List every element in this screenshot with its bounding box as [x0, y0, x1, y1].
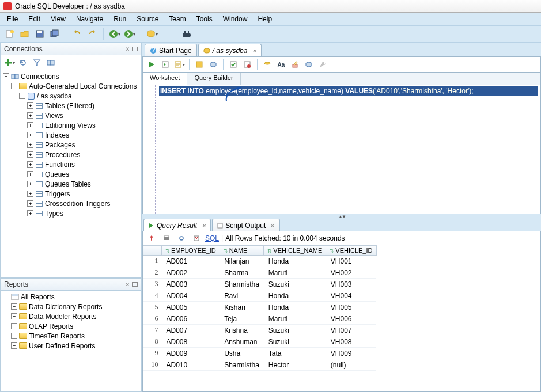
- tree-autogen[interactable]: Auto-Generated Local Connections: [29, 82, 137, 90]
- tab-worksheet[interactable]: / as sysdba×: [198, 44, 262, 56]
- tree-root[interactable]: Connections: [21, 73, 59, 81]
- table-row[interactable]: 3AD003SharmisthaSuzukiVH003: [143, 279, 377, 290]
- tab-script-output[interactable]: Script Output×: [212, 219, 279, 231]
- undo-icon[interactable]: [71, 28, 84, 40]
- column-header[interactable]: ⇅EMPLOYEE_ID: [162, 246, 220, 256]
- menu-team[interactable]: Team: [164, 14, 190, 24]
- reports-root[interactable]: All Reports: [21, 293, 55, 301]
- report-node[interactable]: +Data Dictionary Reports: [1, 302, 141, 311]
- commit-icon[interactable]: [207, 58, 220, 71]
- wrench-icon[interactable]: [316, 58, 329, 71]
- restore-icon[interactable]: [132, 282, 138, 287]
- menu-edit[interactable]: Edit: [24, 14, 45, 24]
- delete-icon[interactable]: [190, 232, 203, 245]
- menu-window[interactable]: Window: [218, 14, 252, 24]
- explain-plan-icon[interactable]: ▾: [173, 58, 186, 71]
- sql-statement[interactable]: INSERT INTO employee(employee_id,name,ve…: [159, 86, 538, 96]
- commit-check-icon[interactable]: [227, 58, 240, 71]
- tree-node[interactable]: +Indexes: [1, 130, 141, 140]
- splitter[interactable]: ▲▼: [142, 214, 541, 219]
- filter-icon[interactable]: [31, 56, 43, 69]
- close-tab-icon[interactable]: ×: [202, 222, 206, 230]
- table-row[interactable]: 10AD010SharmisthaHector(null): [143, 359, 377, 371]
- save-all-icon[interactable]: [48, 28, 61, 40]
- tab-worksheet-sub[interactable]: Worksheet: [143, 73, 187, 85]
- sql-file-icon: [203, 47, 210, 54]
- back-icon[interactable]: ▾: [108, 28, 121, 40]
- tns-icon[interactable]: [44, 56, 57, 69]
- tree-node[interactable]: +Tables (Filtered): [1, 101, 141, 111]
- clear-icon[interactable]: [289, 58, 301, 71]
- pin-icon[interactable]: [145, 232, 158, 245]
- history-icon[interactable]: [302, 58, 315, 71]
- binoculars-icon[interactable]: [180, 28, 193, 40]
- table-row[interactable]: 5AD005KishanHondaVH005: [143, 302, 377, 313]
- forward-icon[interactable]: ▾: [123, 28, 136, 40]
- tab-query-result[interactable]: Query Result×: [143, 219, 211, 231]
- column-header[interactable]: ⇅VEHICLE_NAME: [264, 246, 326, 256]
- reports-tree[interactable]: All Reports +Data Dictionary Reports+Dat…: [0, 291, 142, 392]
- menu-view[interactable]: View: [46, 14, 70, 24]
- menu-run[interactable]: Run: [109, 14, 131, 24]
- sql-editor[interactable]: INSERT INTO employee(employee_id,name,ve…: [142, 85, 541, 214]
- menu-help[interactable]: Help: [253, 14, 277, 24]
- tree-node[interactable]: +Views: [1, 111, 141, 120]
- autotrace-icon[interactable]: [193, 58, 206, 71]
- refresh-result-icon[interactable]: [175, 232, 188, 245]
- save-icon[interactable]: [33, 28, 46, 40]
- sql-icon[interactable]: ▾: [146, 28, 158, 40]
- svg-point-6: [109, 30, 118, 38]
- table-row[interactable]: 4AD004RaviHondaVH004: [143, 290, 377, 302]
- table-row[interactable]: 8AD008AnshumanSuzukiVH008: [143, 336, 377, 348]
- tree-sysdba[interactable]: / as sysdba: [37, 92, 72, 100]
- unshared-sql-icon[interactable]: [261, 58, 274, 71]
- to-upper-icon[interactable]: Aa: [275, 58, 287, 71]
- table-row[interactable]: 9AD009UshaTataVH009: [143, 348, 377, 359]
- table-row[interactable]: 1AD001NilanjanHondaVH001: [143, 256, 377, 267]
- tree-node[interactable]: +Queues Tables: [1, 179, 141, 189]
- print-icon[interactable]: [160, 232, 173, 245]
- new-icon[interactable]: [3, 28, 16, 40]
- tree-node[interactable]: +Types: [1, 208, 141, 218]
- menu-tools[interactable]: Tools: [192, 14, 217, 24]
- connections-tree[interactable]: −Connections −Auto-Generated Local Conne…: [0, 70, 142, 278]
- tree-node[interactable]: +Editioning Views: [1, 120, 141, 130]
- close-icon[interactable]: ×: [126, 280, 130, 288]
- tree-node[interactable]: +Queues: [1, 169, 141, 179]
- run-script-icon[interactable]: [159, 58, 172, 71]
- tab-query-builder[interactable]: Query Builder: [187, 73, 240, 85]
- menu-source[interactable]: Source: [132, 14, 163, 24]
- report-node[interactable]: +Data Modeler Reports: [1, 311, 141, 321]
- column-header[interactable]: ⇅VEHICLE_ID: [326, 246, 376, 256]
- table-row[interactable]: 6AD006TejaMarutiVH006: [143, 313, 377, 325]
- tree-node[interactable]: +Procedures: [1, 150, 141, 159]
- refresh-icon[interactable]: [17, 56, 29, 69]
- tree-node[interactable]: +Packages: [1, 140, 141, 150]
- result-grid[interactable]: ⇅EMPLOYEE_ID⇅NAME⇅VEHICLE_NAME⇅VEHICLE_I…: [142, 245, 541, 392]
- svg-rect-13: [47, 60, 51, 65]
- table-row[interactable]: 7AD007KrishnaSuzukiVH007: [143, 325, 377, 336]
- tab-start-page[interactable]: ?Start Page: [145, 44, 197, 56]
- report-node[interactable]: +OLAP Reports: [1, 321, 141, 331]
- close-icon[interactable]: ×: [126, 45, 130, 53]
- close-tab-icon[interactable]: ×: [270, 222, 274, 230]
- tree-node[interactable]: +Crossedition Triggers: [1, 199, 141, 208]
- report-node[interactable]: +TimesTen Reports: [1, 331, 141, 341]
- close-tab-icon[interactable]: ×: [252, 47, 256, 55]
- restore-icon[interactable]: [132, 47, 138, 51]
- menu-file[interactable]: File: [2, 14, 22, 24]
- table-row[interactable]: 2AD002SharmaMarutiVH002: [143, 267, 377, 279]
- new-connection-icon[interactable]: ▾: [3, 56, 16, 69]
- menu-navigate[interactable]: Navigate: [71, 14, 108, 24]
- sql-link[interactable]: SQL: [205, 234, 219, 242]
- tree-node[interactable]: +Triggers: [1, 189, 141, 199]
- column-header[interactable]: ⇅NAME: [220, 246, 264, 256]
- run-icon[interactable]: [145, 58, 158, 71]
- tree-node[interactable]: +Functions: [1, 159, 141, 169]
- redo-icon[interactable]: [86, 28, 99, 40]
- rollback-icon[interactable]: [241, 58, 254, 71]
- report-node[interactable]: +User Defined Reports: [1, 341, 141, 351]
- svg-point-28: [247, 64, 251, 68]
- menu-bar: File Edit View Navigate Run Source Team …: [0, 13, 541, 25]
- open-icon[interactable]: [18, 28, 31, 40]
